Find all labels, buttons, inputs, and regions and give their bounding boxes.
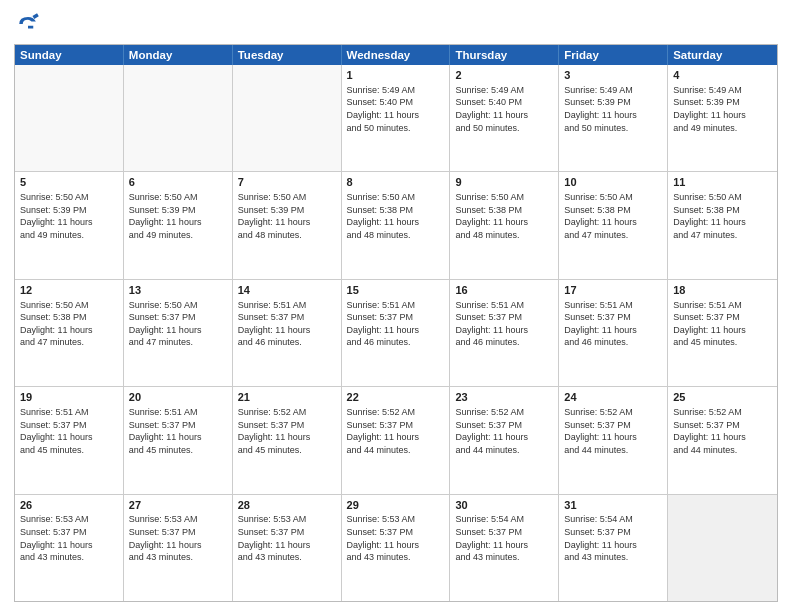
cell-info: Sunrise: 5:50 AM Sunset: 5:38 PM Dayligh… [564,191,662,241]
header [14,10,778,38]
day-number: 7 [238,175,336,190]
page: SundayMondayTuesdayWednesdayThursdayFrid… [0,0,792,612]
day-number: 31 [564,498,662,513]
calendar-body: 1Sunrise: 5:49 AM Sunset: 5:40 PM Daylig… [15,65,777,601]
cal-cell-empty-0-0 [15,65,124,171]
day-number: 22 [347,390,445,405]
day-number: 8 [347,175,445,190]
day-number: 24 [564,390,662,405]
cal-cell-13: 13Sunrise: 5:50 AM Sunset: 5:37 PM Dayli… [124,280,233,386]
cal-cell-22: 22Sunrise: 5:52 AM Sunset: 5:37 PM Dayli… [342,387,451,493]
logo-icon [14,10,42,38]
cal-cell-empty-4-6 [668,495,777,601]
cal-cell-24: 24Sunrise: 5:52 AM Sunset: 5:37 PM Dayli… [559,387,668,493]
cal-cell-17: 17Sunrise: 5:51 AM Sunset: 5:37 PM Dayli… [559,280,668,386]
cell-info: Sunrise: 5:50 AM Sunset: 5:39 PM Dayligh… [238,191,336,241]
cell-info: Sunrise: 5:54 AM Sunset: 5:37 PM Dayligh… [455,513,553,563]
cal-cell-1: 1Sunrise: 5:49 AM Sunset: 5:40 PM Daylig… [342,65,451,171]
cal-cell-empty-0-2 [233,65,342,171]
cell-info: Sunrise: 5:53 AM Sunset: 5:37 PM Dayligh… [20,513,118,563]
cell-info: Sunrise: 5:51 AM Sunset: 5:37 PM Dayligh… [455,299,553,349]
calendar: SundayMondayTuesdayWednesdayThursdayFrid… [14,44,778,602]
cal-cell-31: 31Sunrise: 5:54 AM Sunset: 5:37 PM Dayli… [559,495,668,601]
cell-info: Sunrise: 5:50 AM Sunset: 5:38 PM Dayligh… [673,191,772,241]
day-number: 27 [129,498,227,513]
day-number: 28 [238,498,336,513]
day-number: 11 [673,175,772,190]
header-day-friday: Friday [559,45,668,65]
cal-cell-12: 12Sunrise: 5:50 AM Sunset: 5:38 PM Dayli… [15,280,124,386]
cal-cell-empty-0-1 [124,65,233,171]
day-number: 25 [673,390,772,405]
cal-cell-16: 16Sunrise: 5:51 AM Sunset: 5:37 PM Dayli… [450,280,559,386]
cal-cell-29: 29Sunrise: 5:53 AM Sunset: 5:37 PM Dayli… [342,495,451,601]
cal-cell-4: 4Sunrise: 5:49 AM Sunset: 5:39 PM Daylig… [668,65,777,171]
header-day-thursday: Thursday [450,45,559,65]
day-number: 13 [129,283,227,298]
day-number: 6 [129,175,227,190]
cal-cell-15: 15Sunrise: 5:51 AM Sunset: 5:37 PM Dayli… [342,280,451,386]
header-day-monday: Monday [124,45,233,65]
cell-info: Sunrise: 5:49 AM Sunset: 5:40 PM Dayligh… [455,84,553,134]
cal-cell-30: 30Sunrise: 5:54 AM Sunset: 5:37 PM Dayli… [450,495,559,601]
calendar-row-1: 1Sunrise: 5:49 AM Sunset: 5:40 PM Daylig… [15,65,777,171]
day-number: 9 [455,175,553,190]
cell-info: Sunrise: 5:50 AM Sunset: 5:38 PM Dayligh… [347,191,445,241]
cell-info: Sunrise: 5:53 AM Sunset: 5:37 PM Dayligh… [347,513,445,563]
day-number: 30 [455,498,553,513]
day-number: 1 [347,68,445,83]
cal-cell-25: 25Sunrise: 5:52 AM Sunset: 5:37 PM Dayli… [668,387,777,493]
day-number: 3 [564,68,662,83]
cal-cell-7: 7Sunrise: 5:50 AM Sunset: 5:39 PM Daylig… [233,172,342,278]
cal-cell-10: 10Sunrise: 5:50 AM Sunset: 5:38 PM Dayli… [559,172,668,278]
cell-info: Sunrise: 5:53 AM Sunset: 5:37 PM Dayligh… [129,513,227,563]
cell-info: Sunrise: 5:52 AM Sunset: 5:37 PM Dayligh… [238,406,336,456]
cal-cell-21: 21Sunrise: 5:52 AM Sunset: 5:37 PM Dayli… [233,387,342,493]
cell-info: Sunrise: 5:51 AM Sunset: 5:37 PM Dayligh… [564,299,662,349]
header-day-sunday: Sunday [15,45,124,65]
header-day-saturday: Saturday [668,45,777,65]
day-number: 18 [673,283,772,298]
cell-info: Sunrise: 5:50 AM Sunset: 5:39 PM Dayligh… [20,191,118,241]
day-number: 16 [455,283,553,298]
cal-cell-5: 5Sunrise: 5:50 AM Sunset: 5:39 PM Daylig… [15,172,124,278]
cell-info: Sunrise: 5:51 AM Sunset: 5:37 PM Dayligh… [347,299,445,349]
day-number: 26 [20,498,118,513]
cell-info: Sunrise: 5:52 AM Sunset: 5:37 PM Dayligh… [455,406,553,456]
cal-cell-2: 2Sunrise: 5:49 AM Sunset: 5:40 PM Daylig… [450,65,559,171]
calendar-row-4: 19Sunrise: 5:51 AM Sunset: 5:37 PM Dayli… [15,386,777,493]
day-number: 20 [129,390,227,405]
cal-cell-19: 19Sunrise: 5:51 AM Sunset: 5:37 PM Dayli… [15,387,124,493]
cell-info: Sunrise: 5:51 AM Sunset: 5:37 PM Dayligh… [20,406,118,456]
cell-info: Sunrise: 5:52 AM Sunset: 5:37 PM Dayligh… [673,406,772,456]
day-number: 21 [238,390,336,405]
cell-info: Sunrise: 5:50 AM Sunset: 5:37 PM Dayligh… [129,299,227,349]
calendar-row-3: 12Sunrise: 5:50 AM Sunset: 5:38 PM Dayli… [15,279,777,386]
calendar-row-2: 5Sunrise: 5:50 AM Sunset: 5:39 PM Daylig… [15,171,777,278]
cal-cell-18: 18Sunrise: 5:51 AM Sunset: 5:37 PM Dayli… [668,280,777,386]
cal-cell-20: 20Sunrise: 5:51 AM Sunset: 5:37 PM Dayli… [124,387,233,493]
cal-cell-28: 28Sunrise: 5:53 AM Sunset: 5:37 PM Dayli… [233,495,342,601]
day-number: 17 [564,283,662,298]
cal-cell-26: 26Sunrise: 5:53 AM Sunset: 5:37 PM Dayli… [15,495,124,601]
day-number: 2 [455,68,553,83]
day-number: 12 [20,283,118,298]
day-number: 23 [455,390,553,405]
cell-info: Sunrise: 5:50 AM Sunset: 5:38 PM Dayligh… [455,191,553,241]
cell-info: Sunrise: 5:51 AM Sunset: 5:37 PM Dayligh… [129,406,227,456]
day-number: 14 [238,283,336,298]
cell-info: Sunrise: 5:50 AM Sunset: 5:38 PM Dayligh… [20,299,118,349]
cal-cell-27: 27Sunrise: 5:53 AM Sunset: 5:37 PM Dayli… [124,495,233,601]
cal-cell-9: 9Sunrise: 5:50 AM Sunset: 5:38 PM Daylig… [450,172,559,278]
day-number: 19 [20,390,118,405]
cal-cell-8: 8Sunrise: 5:50 AM Sunset: 5:38 PM Daylig… [342,172,451,278]
cell-info: Sunrise: 5:52 AM Sunset: 5:37 PM Dayligh… [347,406,445,456]
cell-info: Sunrise: 5:49 AM Sunset: 5:40 PM Dayligh… [347,84,445,134]
cell-info: Sunrise: 5:54 AM Sunset: 5:37 PM Dayligh… [564,513,662,563]
cell-info: Sunrise: 5:51 AM Sunset: 5:37 PM Dayligh… [673,299,772,349]
cell-info: Sunrise: 5:50 AM Sunset: 5:39 PM Dayligh… [129,191,227,241]
day-number: 10 [564,175,662,190]
cell-info: Sunrise: 5:51 AM Sunset: 5:37 PM Dayligh… [238,299,336,349]
day-number: 5 [20,175,118,190]
cell-info: Sunrise: 5:49 AM Sunset: 5:39 PM Dayligh… [564,84,662,134]
